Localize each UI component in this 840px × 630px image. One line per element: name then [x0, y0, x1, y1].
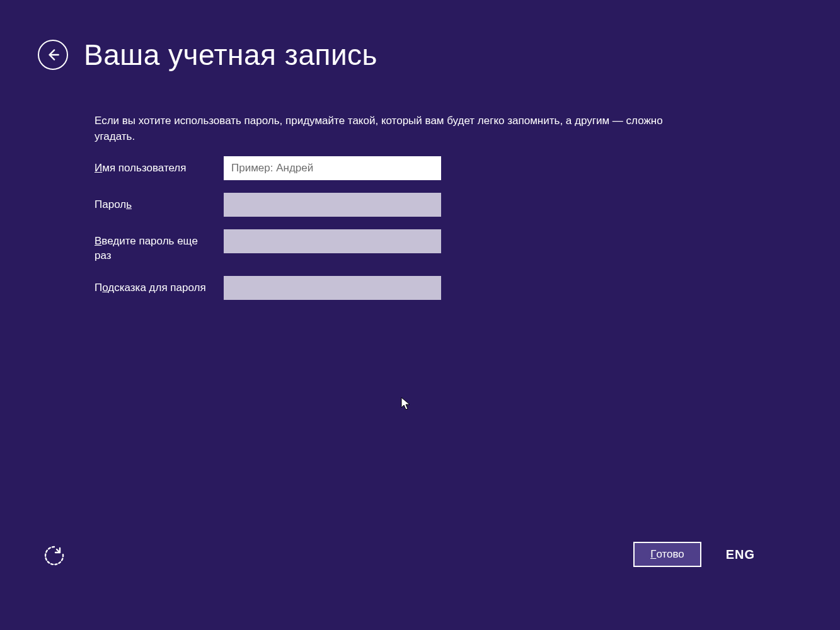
- arrow-left-icon: [45, 47, 61, 63]
- language-indicator[interactable]: ENG: [726, 542, 755, 567]
- done-button[interactable]: Готово: [633, 542, 701, 567]
- ease-of-access-button[interactable]: [43, 544, 66, 567]
- username-label: Имя пользователя: [95, 156, 224, 176]
- reenter-password-row: Введите пароль еще раз: [95, 229, 447, 263]
- username-row: Имя пользователя: [95, 156, 447, 180]
- password-hint-input[interactable]: [224, 276, 441, 300]
- password-input[interactable]: [224, 193, 441, 217]
- cursor-icon: [401, 397, 412, 412]
- reenter-password-input[interactable]: [224, 229, 441, 253]
- password-row: Пароль: [95, 193, 447, 217]
- page-title: Ваша учетная запись: [84, 38, 377, 72]
- back-button[interactable]: [38, 40, 68, 70]
- ease-of-access-icon: [43, 544, 66, 567]
- password-label: Пароль: [95, 193, 224, 212]
- password-hint-row: Подсказка для пароля: [95, 276, 447, 300]
- username-input[interactable]: [224, 156, 441, 180]
- reenter-password-label: Введите пароль еще раз: [95, 229, 224, 263]
- page-description: Если вы хотите использовать пароль, прид…: [95, 113, 674, 144]
- password-hint-label: Подсказка для пароля: [95, 276, 224, 295]
- account-form: Имя пользователя Пароль Введите пароль е…: [95, 156, 447, 312]
- footer: Готово ENG: [0, 529, 840, 567]
